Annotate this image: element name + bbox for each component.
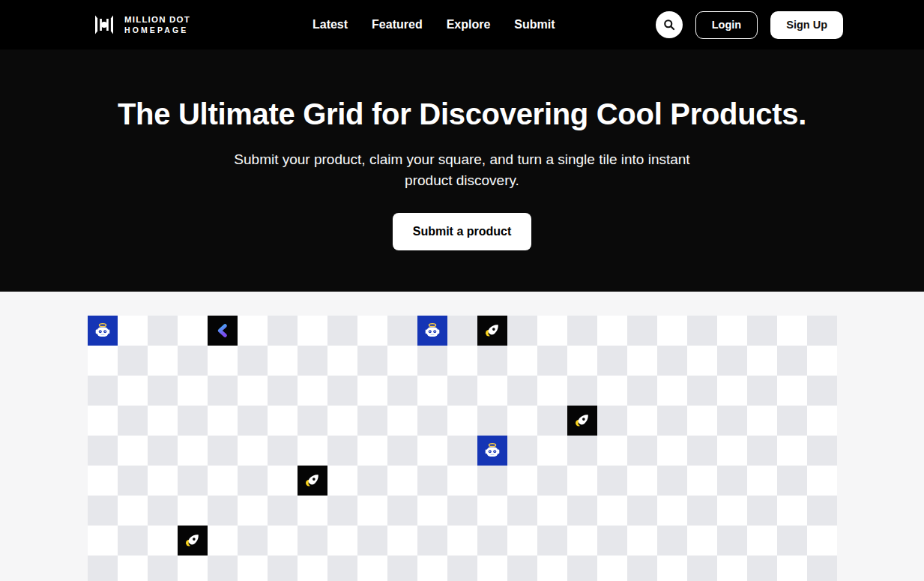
grid-tile[interactable] (417, 316, 447, 346)
grid-cell (148, 376, 178, 406)
grid-cell (597, 466, 627, 496)
grid-cell (447, 376, 477, 406)
grid-cell (747, 346, 777, 376)
grid-cell (717, 496, 747, 526)
grid-cell (387, 526, 417, 556)
grid-cell (507, 556, 537, 581)
grid-cell (627, 376, 657, 406)
logo-icon (92, 13, 116, 36)
grid-cell (507, 526, 537, 556)
grid-cell (298, 406, 327, 436)
grid-cell (268, 526, 298, 556)
grid-cell (657, 496, 687, 526)
grid-cell (178, 496, 208, 526)
grid-cell (387, 406, 417, 436)
grid-cell (387, 436, 417, 466)
grid-cell (357, 436, 387, 466)
grid-cell (238, 526, 268, 556)
grid-cell (178, 406, 208, 436)
grid-section (0, 292, 924, 581)
grid-cell (567, 346, 597, 376)
grid-cell (777, 346, 807, 376)
grid-cell (178, 466, 208, 496)
grid-cell (447, 556, 477, 581)
grid-cell (88, 466, 118, 496)
login-button[interactable]: Login (695, 11, 758, 39)
rocket-icon (181, 529, 204, 552)
search-button[interactable] (656, 11, 683, 38)
nav-link-latest[interactable]: Latest (312, 18, 348, 31)
grid-cell (238, 496, 268, 526)
grid-cell (178, 556, 208, 581)
grid-cell (507, 496, 537, 526)
grid-cell (357, 346, 387, 376)
nav-link-explore[interactable]: Explore (447, 18, 491, 31)
grid-cell (807, 466, 837, 496)
grid-cell (327, 376, 357, 406)
hero: The Ultimate Grid for Discovering Cool P… (0, 49, 924, 292)
grid-cell (327, 496, 357, 526)
grid-tile[interactable] (88, 316, 118, 346)
grid-cell (357, 526, 387, 556)
grid-cell (118, 346, 148, 376)
robot-icon (421, 319, 444, 342)
grid-cell (657, 556, 687, 581)
grid-cell (567, 556, 597, 581)
grid-cell (477, 466, 507, 496)
grid-cell (208, 406, 238, 436)
nav-link-featured[interactable]: Featured (372, 18, 423, 31)
grid-cell (417, 346, 447, 376)
grid-cell (148, 496, 178, 526)
logo[interactable]: MILLION DOT HOMEPAGE (92, 13, 190, 36)
grid-cell (567, 376, 597, 406)
grid-cell (387, 316, 417, 346)
grid-cell (357, 316, 387, 346)
grid-cell (298, 316, 327, 346)
grid-cell (507, 436, 537, 466)
grid-cell (88, 496, 118, 526)
grid-cell (567, 496, 597, 526)
grid-cell (118, 376, 148, 406)
grid-cell (327, 316, 357, 346)
rocket-icon (571, 409, 594, 432)
grid-cell (238, 346, 268, 376)
grid-cell (327, 526, 357, 556)
grid-cell (178, 436, 208, 466)
grid-cell (657, 526, 687, 556)
grid-tile[interactable] (477, 316, 507, 346)
grid-cell (417, 406, 447, 436)
nav-link-submit[interactable]: Submit (514, 18, 555, 31)
grid-cell (537, 316, 567, 346)
grid-cell (238, 316, 268, 346)
grid-cell (687, 376, 717, 406)
grid-cell (477, 526, 507, 556)
grid-cell (387, 496, 417, 526)
grid-tile[interactable] (298, 466, 327, 496)
grid-cell (687, 496, 717, 526)
grid-cell (387, 466, 417, 496)
grid-tile[interactable] (178, 526, 208, 556)
grid-cell (327, 346, 357, 376)
grid-cell (687, 406, 717, 436)
grid-cell (208, 496, 238, 526)
grid-cell (268, 316, 298, 346)
grid-cell (477, 376, 507, 406)
grid-cell (357, 406, 387, 436)
grid-cell (148, 466, 178, 496)
submit-product-button[interactable]: Submit a product (393, 213, 532, 250)
grid-cell (627, 436, 657, 466)
grid-cell (717, 436, 747, 466)
grid-cell (807, 376, 837, 406)
signup-button[interactable]: Sign Up (770, 11, 843, 39)
grid-cell (657, 316, 687, 346)
grid-cell (537, 526, 567, 556)
grid-cell (417, 376, 447, 406)
grid-tile[interactable] (477, 436, 507, 466)
grid-tile[interactable] (208, 316, 238, 346)
grid-cell (447, 526, 477, 556)
grid-cell (447, 406, 477, 436)
grid-tile[interactable] (567, 406, 597, 436)
grid-cell (567, 466, 597, 496)
grid-cell (238, 376, 268, 406)
robot-icon (91, 319, 114, 342)
